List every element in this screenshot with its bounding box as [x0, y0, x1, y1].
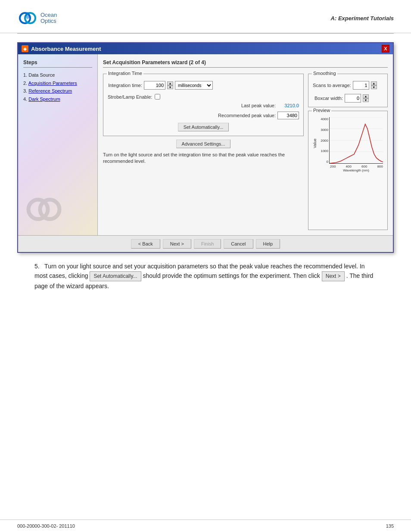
- cancel-button[interactable]: Cancel: [224, 239, 253, 249]
- scans-spinner-up[interactable]: ▲: [371, 81, 377, 85]
- x-tick-600: 600: [361, 165, 367, 168]
- page-footer: 000-20000-300-02- 201110 135: [0, 520, 411, 532]
- strobe-row: Strobe/Lamp Enable:: [108, 94, 299, 100]
- preview-group: Preview Value 4000 3000 2: [308, 111, 388, 230]
- scans-spinner-down[interactable]: ▼: [371, 85, 377, 89]
- logo-text: Ocean Optics: [40, 12, 57, 25]
- y-tick-1000: 1000: [317, 149, 328, 153]
- dialog-window: ◈ Absorbance Measurement X Steps 1. Data…: [17, 42, 394, 253]
- boxcar-label: Boxcar width:: [313, 96, 343, 101]
- y-tick-3000: 3000: [317, 128, 328, 132]
- boxcar-spinner[interactable]: ▲ ▼: [363, 94, 369, 102]
- smoothing-group: Smoothing Scans to average: ▲ ▼ Bo: [308, 74, 388, 107]
- advanced-settings-button[interactable]: Advanced Settings...: [176, 140, 231, 148]
- strobe-checkbox[interactable]: [155, 94, 160, 100]
- dialog-footer: < Back Next > Finish Cancel Help: [18, 235, 393, 252]
- set-automatically-button[interactable]: Set Automatically...: [178, 123, 229, 131]
- dialog-body: Steps 1. Data Source 2. Acquisition Para…: [18, 54, 393, 235]
- section-title: A: Experiment Tutorials: [331, 15, 394, 22]
- chart-with-axes: 4000 3000 2000 1000 0: [317, 117, 383, 170]
- smoothing-title: Smoothing: [312, 71, 337, 76]
- steps-list: 1. Data Source 2. Acquisition Parameters…: [23, 71, 92, 103]
- step-item-3: 3. Reference Spectrum: [23, 87, 92, 95]
- scans-row: Scans to average: ▲ ▼: [313, 81, 383, 90]
- integration-time-group: Integration Time Integration time: ▲ ▼ m…: [103, 74, 304, 136]
- steps-panel: Steps 1. Data Source 2. Acquisition Para…: [18, 54, 98, 235]
- instruction-text: Turn on the light source and set the int…: [103, 152, 304, 165]
- dialog-app-icon: ◈: [22, 45, 28, 52]
- back-button[interactable]: < Back: [131, 239, 160, 249]
- para-number: 5.: [34, 263, 40, 270]
- boxcar-spinner-up[interactable]: ▲: [363, 94, 369, 98]
- recommended-peak-label: Recommended peak value:: [108, 113, 276, 118]
- integration-unit-select[interactable]: millisecondssecondsmicroseconds: [175, 81, 213, 90]
- recommended-peak-row: Recommended peak value:: [108, 112, 299, 119]
- paragraph-section: 5. Turn on your light source and set you…: [17, 261, 394, 291]
- inline-set-automatically-button[interactable]: Set Automatically...: [90, 271, 141, 281]
- y-tick-2000: 2000: [317, 139, 328, 143]
- step-item-2: 2. Acquisition Parameters: [23, 79, 92, 87]
- paragraph-text: 5. Turn on your light source and set you…: [34, 261, 377, 291]
- panels-row: Integration Time Integration time: ▲ ▼ m…: [103, 74, 388, 230]
- chart-container: Value 4000 3000 2000 1000: [313, 114, 383, 170]
- boxcar-input[interactable]: [345, 94, 361, 103]
- last-peak-row: Last peak value: 3210.0: [108, 103, 299, 108]
- strobe-label: Strobe/Lamp Enable:: [108, 94, 152, 100]
- scans-input[interactable]: [353, 81, 369, 90]
- dialog-titlebar: ◈ Absorbance Measurement X: [18, 43, 393, 54]
- chart-plot-area: [329, 117, 383, 164]
- para-text-between: should provide the optimum settings for …: [143, 272, 321, 279]
- x-axis-title: Wavelength (nm): [329, 168, 383, 172]
- integration-time-spinner[interactable]: ▲ ▼: [167, 81, 173, 89]
- scans-spinner[interactable]: ▲ ▼: [371, 81, 377, 89]
- boxcar-spinner-down[interactable]: ▼: [363, 98, 369, 102]
- y-tick-0: 0: [317, 160, 328, 164]
- integration-time-input[interactable]: [144, 81, 165, 90]
- watermark-logo: [25, 190, 63, 229]
- dialog-title: Absorbance Measurement: [31, 46, 101, 52]
- boxcar-row: Boxcar width: ▲ ▼: [313, 94, 383, 103]
- inline-next-button[interactable]: Next >: [322, 271, 345, 281]
- wizard-title: Set Acquisition Parameters wizard (2 of …: [103, 59, 388, 68]
- x-tick-200: 200: [330, 165, 336, 168]
- next-button[interactable]: Next >: [163, 239, 191, 249]
- finish-button[interactable]: Finish: [194, 239, 221, 249]
- footer-right: 135: [386, 523, 394, 529]
- set-automatically-row: Set Automatically...: [108, 123, 299, 131]
- footer-left: 000-20000-300-02- 201110: [17, 523, 75, 529]
- step-item-1: 1. Data Source: [23, 71, 92, 79]
- step-item-4: 4. Dark Spectrum: [23, 95, 92, 103]
- right-panel: Smoothing Scans to average: ▲ ▼ Bo: [308, 74, 388, 230]
- chart-row: 4000 3000 2000 1000 0: [317, 117, 383, 164]
- integration-label: Integration time:: [108, 83, 142, 88]
- last-peak-label: Last peak value:: [108, 103, 276, 108]
- recommended-peak-input[interactable]: [277, 112, 299, 119]
- advanced-settings-row: Advanced Settings...: [103, 140, 304, 148]
- ocean-optics-logo-icon: [17, 8, 38, 28]
- last-peak-value: 3210.0: [277, 103, 299, 108]
- integration-time-title: Integration Time: [107, 71, 143, 76]
- preview-title: Preview: [312, 108, 331, 113]
- main-panel: Set Acquisition Parameters wizard (2 of …: [98, 54, 393, 235]
- step-link-2[interactable]: Acquisition Parameters: [28, 81, 77, 86]
- spinner-down[interactable]: ▼: [167, 85, 173, 89]
- y-tick-4000: 4000: [317, 117, 328, 121]
- scans-label: Scans to average:: [313, 83, 351, 88]
- dialog-close-button[interactable]: X: [382, 45, 389, 53]
- x-tick-800: 800: [377, 165, 383, 168]
- help-button[interactable]: Help: [256, 239, 280, 249]
- svg-point-2: [25, 12, 30, 19]
- y-ticks: 4000 3000 2000 1000 0: [317, 117, 329, 164]
- page-header: Ocean Optics A: Experiment Tutorials: [0, 0, 411, 33]
- step-link-4[interactable]: Dark Spectrum: [28, 96, 60, 102]
- step-link-3[interactable]: Reference Spectrum: [28, 88, 72, 93]
- dialog-titlebar-left: ◈ Absorbance Measurement: [22, 45, 101, 52]
- left-panel: Integration Time Integration time: ▲ ▼ m…: [103, 74, 304, 230]
- x-tick-400: 400: [346, 165, 352, 168]
- x-axis-labels: 200 400 600 800: [330, 164, 383, 168]
- spinner-up[interactable]: ▲: [167, 81, 173, 85]
- steps-title: Steps: [23, 59, 92, 68]
- chart-svg: [330, 117, 383, 163]
- integration-time-row: Integration time: ▲ ▼ millisecondssecond…: [108, 81, 299, 90]
- y-axis-label: Value: [313, 117, 317, 170]
